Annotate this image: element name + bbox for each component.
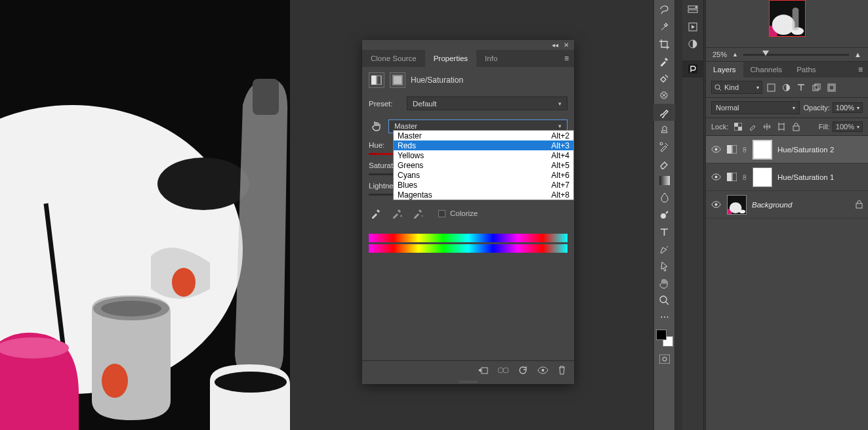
checkbox-icon	[438, 210, 445, 217]
color-swatch[interactable]	[656, 330, 673, 347]
tab-properties[interactable]: Properties	[425, 50, 476, 67]
delete-icon[interactable]	[558, 366, 566, 375]
lock-pixels-icon[interactable]	[748, 123, 757, 131]
type-tool-icon[interactable]	[653, 223, 675, 240]
edit-toolbar-icon[interactable]: ⋯	[653, 309, 675, 326]
tab-layers[interactable]: Layers	[706, 62, 743, 77]
tab-info[interactable]: Info	[476, 50, 506, 67]
layer-item[interactable]: 𝟾 Hue/Saturation 2	[706, 136, 868, 163]
channel-option-blues[interactable]: BluesAlt+7	[394, 180, 573, 190]
collapse-panel-icon[interactable]: ◂◂	[552, 41, 558, 49]
quick-mask-icon[interactable]	[653, 351, 675, 368]
adjustment-preset-icon[interactable]	[369, 72, 384, 88]
eyedropper-minus-icon[interactable]	[412, 207, 424, 219]
panel-menu-icon[interactable]: ≡	[564, 54, 569, 63]
history-brush-tool-icon[interactable]	[653, 138, 675, 155]
visibility-icon[interactable]	[711, 173, 722, 181]
spot-heal-tool-icon[interactable]	[653, 70, 675, 87]
opacity-input[interactable]: 100%▾	[833, 102, 863, 113]
channel-option-master[interactable]: MasterAlt+2	[394, 131, 573, 140]
patch-tool-icon[interactable]	[653, 87, 675, 104]
lock-transparency-icon[interactable]	[734, 123, 743, 131]
lock-all-icon[interactable]	[791, 123, 800, 131]
path-select-tool-icon[interactable]	[653, 257, 675, 274]
panel-menu-icon[interactable]: ≡	[858, 65, 863, 74]
filter-kind-select[interactable]: Kind ▾	[711, 81, 762, 94]
eyedropper-icon[interactable]	[370, 207, 382, 219]
lasso-tool-icon[interactable]	[653, 1, 675, 18]
brush-tool-icon[interactable]	[653, 104, 675, 121]
layer-item[interactable]: Background	[706, 191, 868, 219]
magic-wand-tool-icon[interactable]	[653, 18, 675, 35]
link-mask-icon[interactable]: 𝟾	[742, 145, 747, 154]
svg-point-17	[542, 369, 545, 372]
zoom-tool-icon[interactable]	[653, 291, 675, 309]
colorize-checkbox[interactable]: Colorize	[438, 209, 478, 217]
toggle-visibility-icon[interactable]	[537, 366, 548, 374]
zoom-slider[interactable]	[743, 54, 849, 56]
slider-thumb[interactable]	[762, 51, 769, 56]
layer-mask-thumb[interactable]	[753, 140, 772, 160]
tab-channels[interactable]: Channels	[743, 62, 790, 77]
svg-point-2	[157, 158, 249, 210]
zoom-in-icon[interactable]: ▲	[854, 51, 861, 58]
visibility-icon[interactable]	[711, 146, 722, 153]
filter-smart-icon[interactable]	[827, 83, 836, 92]
hand-tool-icon[interactable]	[653, 274, 675, 291]
layer-mask-thumb[interactable]	[753, 167, 772, 187]
foreground-color[interactable]	[656, 330, 667, 340]
layer-name[interactable]: Background	[752, 201, 850, 209]
preset-select[interactable]: Default ▾	[407, 97, 568, 110]
filter-pixel-icon[interactable]	[766, 83, 775, 92]
clip-to-layer-icon[interactable]	[478, 366, 488, 375]
clone-stamp-tool-icon[interactable]	[653, 121, 675, 138]
svg-rect-49	[727, 173, 732, 181]
svg-point-16	[503, 368, 508, 373]
dodge-tool-icon[interactable]	[653, 206, 675, 223]
filter-type-icon[interactable]	[796, 83, 806, 92]
properties-panel-icon[interactable]	[682, 60, 704, 77]
blur-tool-icon[interactable]	[653, 189, 675, 206]
svg-point-54	[739, 209, 745, 213]
lock-position-icon[interactable]	[762, 123, 772, 131]
layer-name[interactable]: Hue/Saturation 2	[777, 146, 863, 154]
channel-option-magentas[interactable]: MagentasAlt+8	[394, 190, 573, 200]
view-previous-icon[interactable]	[497, 366, 509, 374]
layer-thumb[interactable]	[727, 195, 747, 215]
link-mask-icon[interactable]: 𝟾	[742, 173, 747, 182]
channel-option-cyans[interactable]: CyansAlt+6	[394, 170, 573, 180]
eraser-tool-icon[interactable]	[653, 155, 675, 172]
pen-tool-icon[interactable]	[653, 240, 675, 257]
filter-kind-label: Kind	[724, 83, 739, 91]
eyedropper-tool-icon[interactable]	[653, 53, 675, 70]
filter-adjustment-icon[interactable]	[781, 83, 791, 92]
zoom-value[interactable]: 25%	[713, 51, 727, 58]
reset-icon[interactable]	[518, 366, 528, 375]
actions-panel-icon[interactable]	[682, 18, 704, 35]
color-spectrum[interactable]	[369, 234, 568, 242]
tab-clone-source[interactable]: Clone Source	[362, 50, 425, 67]
layers-list: 𝟾 Hue/Saturation 2 𝟾 Hue/Saturation 1 Ba…	[706, 136, 868, 219]
visibility-icon[interactable]	[711, 201, 722, 208]
close-panel-icon[interactable]: ✕	[564, 41, 569, 49]
tab-paths[interactable]: Paths	[789, 62, 823, 77]
filter-shape-icon[interactable]	[812, 83, 821, 92]
layer-name[interactable]: Hue/Saturation 1	[777, 173, 863, 181]
channel-option-yellows[interactable]: YellowsAlt+4	[394, 150, 573, 160]
document-canvas[interactable]	[0, 0, 290, 430]
history-panel-icon[interactable]	[682, 1, 704, 18]
lock-artboard-icon[interactable]	[777, 123, 786, 131]
channel-option-reds[interactable]: RedsAlt+3	[394, 140, 573, 150]
adjustments-panel-icon[interactable]	[682, 35, 704, 53]
targeted-adjustment-icon[interactable]	[369, 118, 384, 134]
eyedropper-plus-icon[interactable]	[391, 207, 403, 219]
layer-item[interactable]: 𝟾 Hue/Saturation 1	[706, 163, 868, 191]
gradient-tool-icon[interactable]	[653, 172, 675, 189]
channel-option-greens[interactable]: GreensAlt+5	[394, 160, 573, 170]
panel-resize-handle[interactable]	[362, 379, 574, 384]
crop-tool-icon[interactable]	[653, 35, 675, 53]
blend-mode-select[interactable]: Normal ▾	[711, 101, 800, 114]
navigator-thumbnail[interactable]	[769, 0, 806, 37]
zoom-out-icon[interactable]: ▲	[732, 51, 738, 58]
fill-input[interactable]: 100%▾	[833, 121, 863, 132]
